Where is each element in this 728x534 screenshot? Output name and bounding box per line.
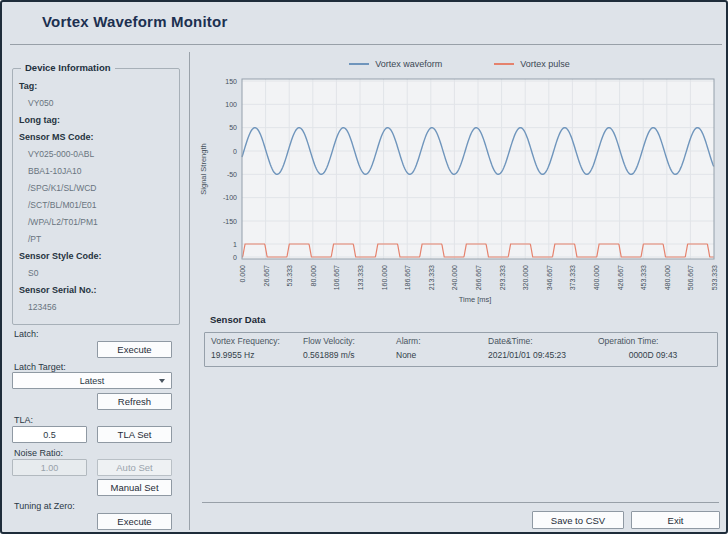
device-information-groupbox: Device Information Tag:VY050Long tag:Sen… xyxy=(12,68,180,325)
svg-text:266.667: 266.667 xyxy=(475,265,482,290)
svg-text:0.000: 0.000 xyxy=(239,265,246,283)
auto-set-button: Auto Set xyxy=(97,459,172,476)
latch-target-select[interactable]: Latest xyxy=(12,372,172,389)
svg-text:0: 0 xyxy=(233,148,237,155)
vortex-waveform-monitor-window: Vortex Waveform Monitor Device Informati… xyxy=(0,0,728,534)
tla-input[interactable] xyxy=(12,426,87,443)
exit-button[interactable]: Exit xyxy=(631,511,720,529)
tuning-execute-button[interactable]: Execute xyxy=(97,513,172,530)
device-info-value: S0 xyxy=(13,265,179,282)
sensor-column-header: Operation Time: xyxy=(592,336,714,346)
tuning-at-zero-label: Tuning at Zero: xyxy=(14,501,75,511)
svg-text:-100: -100 xyxy=(223,194,237,201)
device-info-value: /WPA/L2/T01/PM1 xyxy=(13,214,179,231)
sensor-data-title: Sensor Data xyxy=(210,314,265,325)
svg-text:106.667: 106.667 xyxy=(333,265,340,290)
footer-divider xyxy=(202,502,719,503)
device-info-value: BBA1-10JA10 xyxy=(13,163,179,180)
svg-text:26.667: 26.667 xyxy=(263,265,270,287)
svg-text:0: 0 xyxy=(233,254,237,261)
sensor-column-value: 0000D 09:43 xyxy=(592,350,714,360)
svg-text:53.333: 53.333 xyxy=(286,265,293,287)
svg-text:346.667: 346.667 xyxy=(546,265,553,290)
device-information-fields: Tag:VY050Long tag:Sensor MS Code:VY025-0… xyxy=(13,69,179,316)
svg-text:293.333: 293.333 xyxy=(499,265,506,290)
device-info-value: /SPG/K1/SL/WCD xyxy=(13,180,179,197)
sensor-header-row: Vortex Frequency:Flow Velocity:Alarm:Dat… xyxy=(205,336,717,346)
sensor-column-value: 0.561889 m/s xyxy=(297,350,390,360)
latch-execute-button[interactable]: Execute xyxy=(97,341,172,358)
svg-text:160.000: 160.000 xyxy=(381,265,388,290)
svg-text:133.333: 133.333 xyxy=(357,265,364,290)
chart-legend: Vortex waveform Vortex pulse xyxy=(197,57,722,71)
device-info-value: /PT xyxy=(13,231,179,248)
sensor-column-header: Alarm: xyxy=(390,336,482,346)
svg-text:426.667: 426.667 xyxy=(617,265,624,290)
device-info-label: Sensor Style Code: xyxy=(13,248,179,265)
save-to-csv-button[interactable]: Save to CSV xyxy=(532,511,624,529)
device-info-label: Long tag: xyxy=(13,112,179,129)
svg-text:373.333: 373.333 xyxy=(569,265,576,290)
panel-divider xyxy=(189,52,190,530)
chevron-down-icon xyxy=(159,379,165,383)
sensor-column-header: Flow Velocity: xyxy=(297,336,390,346)
sensor-column-value: None xyxy=(390,350,482,360)
svg-text:213.333: 213.333 xyxy=(428,265,435,290)
svg-text:-50: -50 xyxy=(227,171,237,178)
svg-text:50: 50 xyxy=(229,124,237,131)
svg-text:240.000: 240.000 xyxy=(451,265,458,290)
device-information-title: Device Information xyxy=(21,62,115,73)
sensor-value-row: 19.9955 Hz0.561889 m/sNone2021/01/01 09:… xyxy=(205,350,717,360)
svg-text:533.333: 533.333 xyxy=(711,265,718,290)
sensor-column-header: Vortex Frequency: xyxy=(205,336,297,346)
noise-ratio-input xyxy=(12,459,87,476)
svg-text:453.333: 453.333 xyxy=(640,265,647,290)
legend-label-vortex-pulse: Vortex pulse xyxy=(520,59,570,69)
device-info-value: /SCT/BL/M01/E01 xyxy=(13,197,179,214)
pulse-line-swatch xyxy=(494,63,514,65)
svg-text:320.000: 320.000 xyxy=(522,265,529,290)
device-info-value: VY050 xyxy=(13,95,179,112)
noise-ratio-label: Noise Ratio: xyxy=(14,448,63,458)
svg-text:1: 1 xyxy=(233,241,237,248)
sensor-column-header: Date&Time: xyxy=(482,336,592,346)
svg-text:100: 100 xyxy=(225,101,237,108)
svg-text:-150: -150 xyxy=(223,218,237,225)
svg-text:Signal Strength: Signal Strength xyxy=(199,143,208,194)
manual-set-button[interactable]: Manual Set xyxy=(97,479,172,496)
svg-text:400.000: 400.000 xyxy=(593,265,600,290)
svg-text:Time [ms]: Time [ms] xyxy=(459,295,492,304)
device-info-label: Tag: xyxy=(13,78,179,95)
waveform-chart: 150100500-50-100-150100.00026.66753.3338… xyxy=(197,74,722,311)
device-info-label: Sensor MS Code: xyxy=(13,129,179,146)
legend-item-vortex-waveform: Vortex waveform xyxy=(349,57,442,71)
sensor-column-value: 19.9955 Hz xyxy=(205,350,297,360)
svg-text:186.667: 186.667 xyxy=(404,265,411,290)
device-info-value: 123456 xyxy=(13,299,179,316)
device-info-label: Sensor Serial No.: xyxy=(13,282,179,299)
latch-target-label: Latch Target: xyxy=(14,362,66,372)
tla-set-button[interactable]: TLA Set xyxy=(97,426,172,443)
window-title: Vortex Waveform Monitor xyxy=(42,13,227,30)
device-info-value: VY025-000-0ABL xyxy=(13,146,179,163)
latch-target-value: Latest xyxy=(80,376,105,386)
tla-label: TLA: xyxy=(14,415,33,425)
sensor-data-table: Vortex Frequency:Flow Velocity:Alarm:Dat… xyxy=(204,332,718,367)
legend-item-vortex-pulse: Vortex pulse xyxy=(494,57,570,71)
header-divider xyxy=(10,44,722,45)
refresh-button[interactable]: Refresh xyxy=(97,393,172,410)
svg-text:506.667: 506.667 xyxy=(687,265,694,290)
legend-label-vortex-waveform: Vortex waveform xyxy=(375,59,442,69)
svg-text:480.000: 480.000 xyxy=(664,265,671,290)
svg-text:80.000: 80.000 xyxy=(310,265,317,287)
svg-text:150: 150 xyxy=(225,78,237,85)
sensor-column-value: 2021/01/01 09:45:23 xyxy=(482,350,592,360)
waveform-line-swatch xyxy=(349,63,369,65)
latch-label: Latch: xyxy=(14,329,39,339)
